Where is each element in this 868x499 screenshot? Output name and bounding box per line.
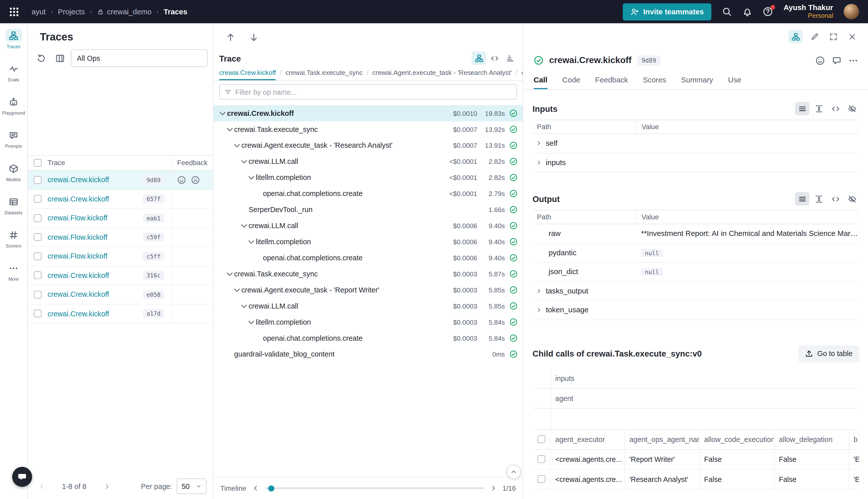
tree-view-toggle[interactable] — [472, 51, 486, 65]
tree-expand-toggle[interactable] — [225, 125, 234, 134]
trace-list-row[interactable]: crewai.Flow.kickoffeab1 — [28, 209, 213, 228]
timeline-knob[interactable] — [268, 485, 274, 491]
kv-row[interactable]: token_usage — [532, 301, 859, 320]
trace-breadcrumb-tab[interactable]: crewai.LLM.cal — [521, 69, 522, 80]
notifications-icon[interactable] — [743, 7, 753, 16]
next-page-button[interactable] — [100, 479, 114, 494]
hide-values-button[interactable] — [845, 192, 859, 206]
tab-summary[interactable]: Summary — [681, 71, 713, 89]
row-checkbox[interactable] — [34, 291, 41, 299]
row-checkbox[interactable] — [34, 176, 41, 184]
child-table-row[interactable]: <crewai.agents.cre...'Report Writer'Fals… — [532, 450, 859, 469]
more-menu-icon[interactable] — [849, 56, 858, 65]
hide-values-button[interactable] — [845, 102, 859, 115]
tab-scores[interactable]: Scores — [643, 71, 666, 89]
scroll-to-top-button[interactable] — [507, 465, 521, 479]
call-tree-row[interactable]: crewai.LLM.call$0.00069.40s — [214, 218, 523, 234]
user-menu[interactable]: Ayush Thakur Personal — [784, 3, 833, 20]
call-tree-row[interactable]: crewai.Task.execute_sync$0.000713.92s — [214, 121, 523, 137]
call-tree-row[interactable]: litellm.completion$0.00069.40s — [214, 234, 523, 250]
op-filter-input[interactable] — [235, 88, 512, 96]
trace-list-row[interactable]: crewai.Crew.kickoffe058 — [28, 285, 213, 304]
fullscreen-button[interactable] — [826, 30, 840, 43]
trace-list-row[interactable]: crewai.Crew.kickoff657f — [28, 190, 213, 209]
trace-list-row[interactable]: crewai.Flow.kickoffc5ff — [28, 247, 213, 266]
trace-op-link[interactable]: crewai.Flow.kickoff — [48, 233, 108, 241]
tab-feedback[interactable]: Feedback — [595, 71, 628, 89]
edit-button[interactable] — [807, 30, 821, 43]
row-checkbox[interactable] — [537, 455, 545, 463]
tree-expand-toggle[interactable] — [239, 157, 248, 166]
trace-op-link[interactable]: crewai.Flow.kickoff — [48, 252, 108, 260]
avatar[interactable] — [844, 4, 859, 19]
trace-list-row[interactable]: crewai.Flow.kickoffc59f — [28, 228, 213, 247]
list-view-button[interactable] — [795, 102, 809, 115]
tab-call[interactable]: Call — [534, 71, 547, 89]
row-checkbox[interactable] — [34, 310, 41, 318]
nav-item-more[interactable]: More — [0, 261, 27, 290]
breadcrumb-item[interactable]: ayut — [32, 8, 46, 16]
breadcrumb-item[interactable]: Projects — [58, 8, 85, 16]
wandb-logo-icon[interactable] — [9, 6, 19, 17]
prev-page-button[interactable] — [34, 479, 49, 494]
call-tree-row[interactable]: openai.chat.completions.create$0.00069.4… — [214, 250, 523, 266]
breadcrumb-item[interactable]: Traces — [164, 8, 187, 16]
nav-item-evals[interactable]: Evals — [0, 62, 27, 90]
next-trace-button[interactable] — [246, 29, 261, 45]
prev-trace-button[interactable] — [223, 29, 238, 45]
tree-expand-toggle[interactable] — [218, 109, 227, 118]
kv-row[interactable]: inputs — [532, 153, 859, 172]
code-view-toggle[interactable] — [487, 51, 501, 65]
trace-list-row[interactable]: crewai.Crew.kickoffa17d — [28, 304, 213, 324]
tree-expand-toggle[interactable] — [239, 221, 248, 230]
columns-button[interactable] — [52, 50, 67, 66]
row-checkbox[interactable] — [34, 214, 41, 222]
tree-expand-toggle[interactable] — [233, 285, 241, 294]
refresh-button[interactable] — [33, 50, 49, 66]
trace-op-link[interactable]: crewai.Crew.kickoff — [48, 309, 109, 318]
row-checkbox[interactable] — [537, 475, 545, 483]
comment-icon[interactable] — [832, 56, 841, 65]
kv-row[interactable]: self — [532, 134, 859, 153]
call-tree-row[interactable]: crewai.Agent.execute_task - 'Report Writ… — [214, 282, 523, 298]
nav-item-playground[interactable]: Playground — [0, 95, 27, 123]
timeline-next-icon[interactable] — [490, 485, 497, 492]
child-table-row[interactable]: <crewai.agents.cre...'Research Analyst'F… — [532, 469, 859, 489]
tab-code[interactable]: Code — [562, 71, 580, 89]
row-checkbox[interactable] — [34, 272, 41, 279]
trace-breadcrumb-tab[interactable]: crewai.Agent.execute_task - 'Research An… — [372, 69, 512, 80]
go-to-table-button[interactable]: Go to table — [798, 345, 859, 362]
trace-list-row[interactable]: crewai.Crew.kickoff9d89 — [28, 171, 213, 190]
expand-chevron-icon[interactable] — [536, 288, 542, 294]
expand-chevron-icon[interactable] — [536, 307, 542, 313]
timeline-slider[interactable] — [264, 487, 484, 489]
nav-item-datasets[interactable]: Datasets — [0, 195, 27, 223]
trace-op-link[interactable]: crewai.Crew.kickoff — [48, 195, 109, 203]
row-checkbox[interactable] — [34, 195, 41, 203]
code-format-button[interactable] — [828, 102, 842, 115]
tab-use[interactable]: Use — [728, 71, 741, 89]
call-tree-row[interactable]: litellm.completion<$0.00012.82s — [214, 169, 523, 185]
call-tree-row[interactable]: crewai.LLM.call$0.00035.85s — [214, 298, 523, 314]
call-tree-row[interactable]: crewai.Task.execute_sync$0.00035.87s — [214, 266, 523, 282]
tree-expand-toggle[interactable] — [247, 318, 256, 326]
tree-expand-toggle[interactable] — [239, 302, 248, 310]
call-tree-row[interactable]: crewai.Agent.execute_task - 'Research An… — [214, 137, 523, 154]
expand-chevron-icon[interactable] — [536, 140, 542, 146]
flame-view-toggle[interactable] — [503, 51, 517, 65]
trace-op-link[interactable]: crewai.Crew.kickoff — [48, 290, 109, 299]
call-tree-row[interactable]: SerperDevTool._run1.66s — [214, 202, 523, 218]
nav-item-scorers[interactable]: Scorers — [0, 228, 27, 256]
tree-expand-toggle[interactable] — [233, 141, 241, 150]
trace-breadcrumb-tab[interactable]: crewai.Crew.kickoff — [219, 69, 276, 80]
trace-op-link[interactable]: crewai.Crew.kickoff — [48, 271, 109, 279]
tree-expand-toggle[interactable] — [225, 269, 234, 278]
row-checkbox[interactable] — [34, 233, 41, 241]
per-page-select[interactable]: 50 — [176, 478, 207, 494]
trace-op-link[interactable]: crewai.Flow.kickoff — [48, 214, 108, 222]
trace-list-row[interactable]: crewai.Crew.kickoff316c — [28, 266, 213, 285]
trace-breadcrumb-tab[interactable]: crewai.Task.execute_sync — [286, 69, 363, 80]
detail-tree-toggle[interactable] — [789, 30, 803, 43]
trace-op-link[interactable]: crewai.Crew.kickoff — [48, 175, 109, 184]
call-tree-row[interactable]: crewai.Crew.kickoff$0.001019.83s — [214, 105, 523, 121]
